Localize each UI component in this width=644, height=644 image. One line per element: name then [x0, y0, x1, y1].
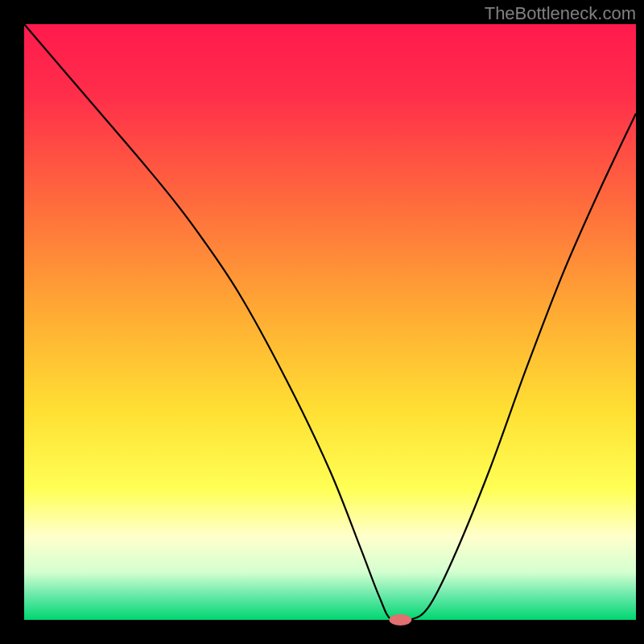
chart-container: TheBottleneck.com	[0, 0, 644, 644]
watermark-text: TheBottleneck.com	[485, 3, 636, 24]
bottleneck-chart	[0, 0, 644, 644]
optimal-marker	[389, 614, 411, 625]
